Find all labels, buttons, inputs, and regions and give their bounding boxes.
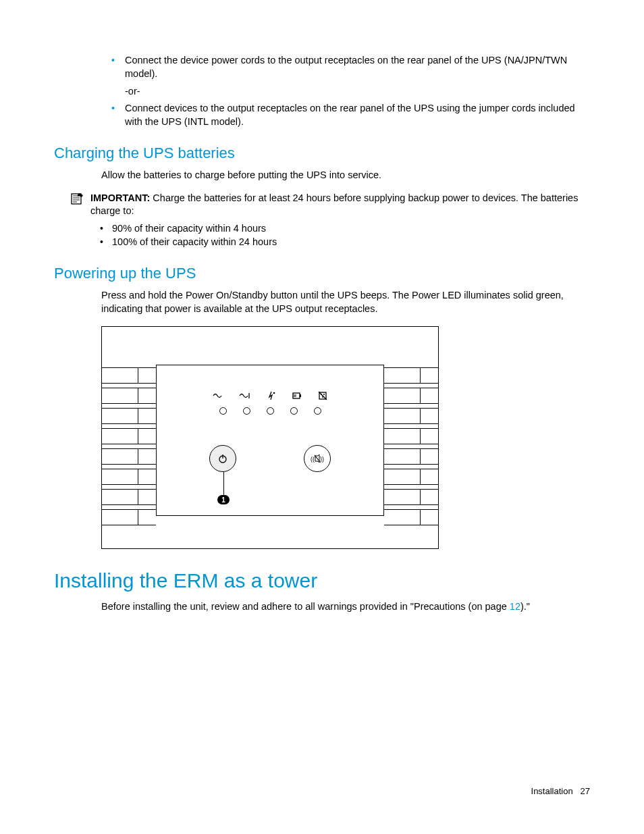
callout-number: 1 bbox=[217, 495, 230, 504]
bullet-item: Connect devices to the output receptacle… bbox=[111, 102, 590, 128]
installing-body: Before installing the unit, review and a… bbox=[101, 600, 590, 614]
installing-body-post: )." bbox=[520, 601, 530, 612]
note-icon bbox=[70, 192, 85, 209]
page-footer: Installation 27 bbox=[531, 786, 590, 796]
led-indicator bbox=[267, 407, 274, 415]
or-separator: -or- bbox=[125, 86, 590, 97]
site-wiring-fault-icon bbox=[318, 391, 327, 402]
intro-bullets: Connect the device power cords to the ou… bbox=[111, 54, 590, 80]
utility-icon bbox=[213, 391, 223, 402]
important-text-wrap: IMPORTANT: Charge the batteries for at l… bbox=[90, 192, 590, 218]
battery-mode-icon bbox=[239, 391, 250, 402]
heading-powering: Powering up the UPS bbox=[54, 265, 590, 282]
vent-rows-right bbox=[384, 367, 438, 528]
svg-text:)): )) bbox=[320, 456, 324, 463]
important-body: Charge the batteries for at least 24 hou… bbox=[90, 192, 578, 217]
led-indicator bbox=[314, 407, 321, 415]
svg-point-9 bbox=[323, 394, 325, 395]
important-label: IMPORTANT: bbox=[90, 192, 150, 203]
sub-bullet-item: 100% of their capacity within 24 hours bbox=[100, 236, 590, 249]
heading-charging: Charging the UPS batteries bbox=[54, 145, 590, 162]
powering-body: Press and hold the Power On/Standby butt… bbox=[101, 289, 590, 315]
ups-front-panel-figure: (()) 1 bbox=[101, 326, 439, 549]
sub-bullet-item: 90% of their capacity within 4 hours bbox=[100, 222, 590, 236]
battery-status-icon bbox=[292, 391, 302, 402]
footer-page: 27 bbox=[581, 786, 590, 796]
important-note: IMPORTANT: Charge the batteries for at l… bbox=[70, 192, 590, 218]
bullet-text: Connect the device power cords to the ou… bbox=[125, 55, 567, 79]
vent-rows-left bbox=[102, 367, 156, 528]
footer-section: Installation bbox=[531, 786, 573, 796]
button-row: (()) bbox=[157, 445, 383, 472]
callout-leader bbox=[223, 472, 224, 495]
status-icon-row bbox=[157, 391, 383, 402]
led-indicator bbox=[219, 407, 227, 415]
heading-installing-erm: Installing the ERM as a tower bbox=[54, 569, 590, 592]
charging-sub-bullets: 90% of their capacity within 4 hours 100… bbox=[100, 222, 590, 249]
power-button bbox=[209, 445, 236, 472]
alarm-silence-button: (()) bbox=[304, 445, 331, 472]
charging-body: Allow the batteries to charge before put… bbox=[101, 169, 590, 182]
page-link[interactable]: 12 bbox=[510, 601, 520, 612]
svg-rect-4 bbox=[300, 394, 301, 397]
installing-body-pre: Before installing the unit, review and a… bbox=[101, 601, 510, 612]
led-indicator bbox=[290, 407, 298, 415]
svg-line-11 bbox=[319, 392, 327, 400]
intro-bullets-2: Connect devices to the output receptacle… bbox=[111, 102, 590, 128]
overload-icon bbox=[267, 391, 276, 402]
bullet-item: Connect the device power cords to the ou… bbox=[111, 54, 590, 80]
bullet-text: Connect devices to the output receptacle… bbox=[125, 103, 575, 127]
led-indicator bbox=[243, 407, 250, 415]
front-panel: (()) 1 bbox=[156, 365, 384, 516]
svg-point-2 bbox=[273, 392, 275, 394]
svg-text:((: (( bbox=[311, 456, 315, 463]
led-row bbox=[157, 407, 383, 415]
